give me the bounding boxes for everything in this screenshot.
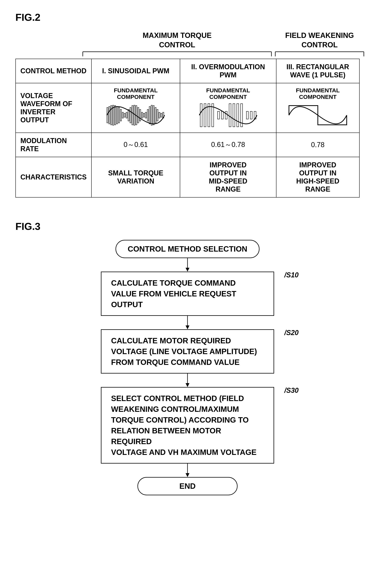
svg-rect-19: [132, 105, 133, 125]
cell-waveform2: FUNDAMENTALCOMPONENT: [180, 83, 276, 133]
svg-rect-36: [200, 104, 202, 127]
cell-rectangular: III. RECTANGULARWAVE (1 PULSE): [276, 59, 360, 83]
row-header-control-method: CONTROL METHOD: [16, 59, 91, 83]
svg-rect-34: [161, 113, 162, 117]
svg-rect-11: [116, 106, 118, 124]
svg-rect-16: [126, 112, 127, 118]
field-weakening-label: FIELD WEAKENINGCONTROL: [285, 31, 354, 50]
svg-rect-24: [142, 112, 143, 118]
svg-rect-30: [153, 105, 154, 125]
svg-rect-42: [225, 111, 227, 119]
fig3-section: FIG.3 CONTROL METHOD SELECTION /S10 CALC…: [15, 220, 360, 495]
s10-box: /S10 CALCULATE TORQUE COMMAND VALUE FROM…: [101, 272, 274, 316]
svg-rect-31: [155, 107, 156, 123]
svg-rect-40: [218, 111, 220, 119]
arrow2: [182, 316, 193, 329]
cell-waveform1: FUNDAMENTALCOMPONENT: [91, 83, 180, 133]
svg-rect-43: [229, 104, 231, 127]
svg-rect-45: [237, 104, 239, 127]
fig2-label: FIG.2: [15, 11, 360, 23]
fig3-label: FIG.3: [15, 220, 360, 232]
s10-wrapper: /S10 CALCULATE TORQUE COMMAND VALUE FROM…: [101, 272, 274, 316]
svg-rect-48: [250, 111, 252, 119]
table-row: CHARACTERISTICS SMALL TORQUEVARIATION IM…: [16, 157, 359, 197]
cell-char2: IMPROVEDOUTPUT INMID-SPEEDRANGE: [180, 157, 276, 197]
s20-wrapper: /S20 CALCULATE MOTOR REQUIRED VOLTAGE (L…: [101, 329, 274, 374]
s30-box: /S30 SELECT CONTROL METHOD (FIELD WEAKEN…: [101, 387, 274, 463]
svg-marker-51: [186, 268, 189, 272]
svg-rect-37: [204, 104, 206, 127]
svg-rect-20: [134, 105, 135, 125]
svg-rect-23: [140, 109, 141, 121]
svg-rect-14: [122, 112, 123, 118]
table-row: VOLTAGEWAVEFORM OFINVERTEROUTPUT FUNDAME…: [16, 83, 359, 133]
svg-rect-7: [109, 106, 110, 124]
row-header-characteristics: CHARACTERISTICS: [16, 157, 91, 197]
table-row: MODULATION RATE 0～0.61 0.61～0.78 0.78: [16, 133, 359, 157]
cell-mod3: 0.78: [276, 133, 360, 157]
svg-rect-27: [147, 109, 148, 121]
svg-rect-38: [208, 104, 210, 127]
svg-rect-41: [221, 111, 223, 119]
end-node: END: [137, 477, 238, 495]
svg-rect-22: [138, 107, 139, 123]
svg-rect-18: [130, 107, 131, 123]
svg-rect-13: [120, 109, 121, 121]
fig2-section: FIG.2 MAXIMUM TORQUECONTROL FIELD WEAKEN…: [15, 11, 360, 198]
s30-wrapper: /S30 SELECT CONTROL METHOD (FIELD WEAKEN…: [101, 387, 274, 463]
row-header-voltage: VOLTAGEWAVEFORM OFINVERTEROUTPUT: [16, 83, 91, 133]
cell-mod2: 0.61～0.78: [180, 133, 276, 157]
s20-label: /S20: [284, 328, 298, 337]
svg-rect-32: [157, 109, 158, 121]
cell-waveform3: FUNDAMENTALCOMPONENT: [276, 83, 360, 133]
svg-marker-55: [186, 383, 189, 387]
start-node: CONTROL METHOD SELECTION: [115, 240, 259, 258]
svg-marker-57: [186, 473, 189, 477]
cell-char3: IMPROVEDOUTPUT INHIGH-SPEEDRANGE: [276, 157, 360, 197]
svg-rect-25: [143, 113, 144, 117]
svg-rect-44: [233, 104, 235, 127]
table-row: CONTROL METHOD I. SINUSOIDAL PWM II. OVE…: [16, 59, 359, 83]
s20-box: /S20 CALCULATE MOTOR REQUIRED VOLTAGE (L…: [101, 329, 274, 374]
row-header-modulation: MODULATION RATE: [16, 133, 91, 157]
fig2-table: CONTROL METHOD I. SINUSOIDAL PWM II. OVE…: [15, 59, 360, 198]
svg-rect-29: [151, 105, 152, 125]
cell-sinusoidal: I. SINUSOIDAL PWM: [91, 59, 180, 83]
svg-rect-12: [118, 107, 120, 123]
cell-mod1: 0～0.61: [91, 133, 180, 157]
s10-label: /S10: [284, 270, 298, 280]
cell-char1: SMALL TORQUEVARIATION: [91, 157, 180, 197]
svg-rect-10: [115, 105, 116, 125]
s30-label: /S30: [284, 386, 298, 395]
svg-rect-26: [145, 112, 146, 118]
max-torque-label: MAXIMUM TORQUECONTROL: [143, 31, 211, 50]
arrow4: [182, 463, 193, 477]
arrow1: [182, 258, 193, 272]
svg-rect-17: [128, 109, 129, 121]
flowchart: CONTROL METHOD SELECTION /S10 CALCULATE …: [15, 240, 360, 495]
svg-rect-28: [149, 106, 150, 124]
arrow3: [182, 374, 193, 387]
cell-overmodulation: II. OVERMODULATIONPWM: [180, 59, 276, 83]
svg-rect-47: [246, 111, 248, 119]
svg-rect-33: [159, 112, 160, 118]
svg-rect-15: [124, 113, 125, 117]
svg-marker-53: [186, 326, 189, 329]
